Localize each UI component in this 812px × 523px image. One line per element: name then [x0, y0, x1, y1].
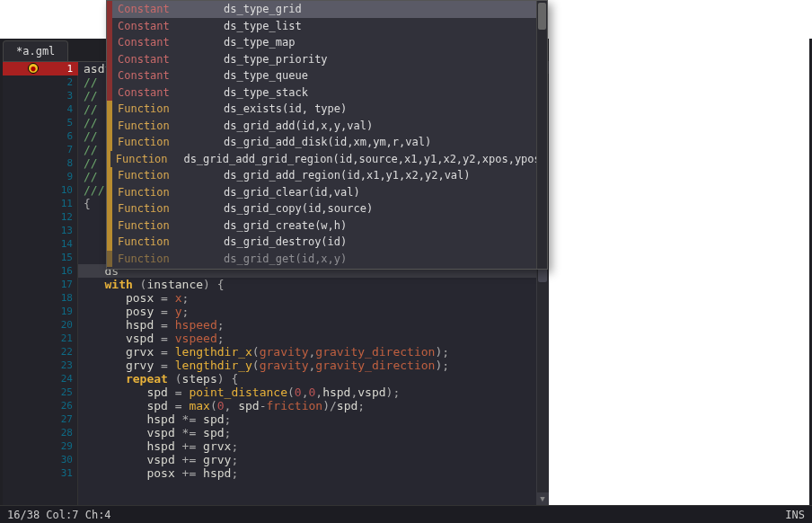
code-content[interactable]: vspd *= spd;: [78, 426, 231, 439]
code-line[interactable]: 27 hspd *= spd;: [3, 412, 549, 426]
line-number[interactable]: 9: [3, 170, 78, 183]
code-line[interactable]: 19 posy = y;: [3, 305, 549, 318]
code-line[interactable]: 20 hspd = hspeed;: [3, 318, 549, 332]
file-tab[interactable]: *a.gml: [3, 40, 68, 61]
scroll-down-button[interactable]: ▼: [536, 492, 549, 505]
code-content[interactable]: //: [78, 102, 98, 116]
code-content[interactable]: hspd *= spd;: [78, 412, 231, 426]
code-line[interactable]: 26 spd = max(0, spd-friction)/spd;: [3, 399, 549, 412]
code-content[interactable]: //: [78, 75, 98, 89]
autocomplete-item[interactable]: Functionds_grid_create(w,h): [107, 217, 547, 235]
code-content[interactable]: with (instance) {: [78, 278, 225, 291]
code-line[interactable]: 28 vspd *= spd;: [3, 426, 549, 439]
line-number[interactable]: 13: [3, 224, 78, 237]
line-number[interactable]: 29: [3, 439, 78, 453]
code-content[interactable]: ///: [78, 183, 104, 197]
line-number[interactable]: 30: [3, 453, 78, 466]
line-number[interactable]: 12: [3, 210, 78, 224]
autocomplete-item[interactable]: Constantds_type_queue: [107, 67, 547, 84]
code-line[interactable]: 22 grvx = lengthdir_x(gravity,gravity_di…: [3, 345, 549, 359]
autocomplete-item[interactable]: Functionds_grid_destroy(id): [107, 234, 547, 251]
line-number[interactable]: 28: [3, 426, 78, 439]
code-line[interactable]: 17 with (instance) {: [3, 278, 549, 291]
code-line[interactable]: 31 posx += hspd;: [3, 466, 549, 480]
code-line[interactable]: 18 posx = x;: [3, 291, 549, 305]
code-content[interactable]: hspd = hspeed;: [78, 318, 225, 332]
code-line[interactable]: 25 spd = point_distance(0,0,hspd,vspd);: [3, 386, 549, 399]
line-number[interactable]: 8: [3, 156, 78, 170]
code-content[interactable]: [78, 210, 84, 224]
autocomplete-kind-label: Constant: [112, 51, 220, 68]
code-content[interactable]: //: [78, 116, 98, 129]
code-content[interactable]: spd = point_distance(0,0,hspd,vspd);: [78, 386, 400, 399]
autocomplete-item[interactable]: Functionds_exists(id, type): [107, 101, 547, 118]
code-content[interactable]: grvx = lengthdir_x(gravity,gravity_direc…: [78, 345, 449, 359]
autocomplete-item[interactable]: Functionds_grid_add_disk(id,xm,ym,r,val): [107, 134, 547, 151]
error-icon[interactable]: ●: [28, 63, 39, 74]
line-number[interactable]: 4: [3, 102, 78, 116]
code-line[interactable]: 24 repeat (steps) {: [3, 372, 549, 386]
insert-mode: INS: [785, 509, 805, 521]
line-number[interactable]: 23: [3, 359, 78, 372]
line-number[interactable]: 1: [3, 62, 78, 75]
line-number[interactable]: 24: [3, 372, 78, 386]
code-content[interactable]: spd = max(0, spd-friction)/spd;: [78, 399, 365, 412]
autocomplete-item[interactable]: Functionds_grid_copy(id,source): [107, 200, 547, 217]
line-number[interactable]: 15: [3, 251, 78, 264]
autocomplete-scroll-thumb[interactable]: [538, 3, 546, 30]
autocomplete-item[interactable]: Functionds_grid_add(id,x,y,val): [107, 118, 547, 135]
code-content[interactable]: //: [78, 129, 98, 143]
autocomplete-popup[interactable]: Constantds_type_gridConstantds_type_list…: [106, 0, 548, 270]
line-number[interactable]: 10: [3, 183, 78, 197]
line-number[interactable]: 19: [3, 305, 78, 318]
code-content[interactable]: [78, 251, 84, 264]
code-line[interactable]: 29 hspd += grvx;: [3, 439, 549, 453]
code-content[interactable]: posx = x;: [78, 291, 189, 305]
line-number[interactable]: 14: [3, 237, 78, 251]
line-number[interactable]: 21: [3, 332, 78, 345]
line-number[interactable]: 27: [3, 412, 78, 426]
code-content[interactable]: //: [78, 170, 98, 183]
line-number[interactable]: 3: [3, 89, 78, 102]
line-number[interactable]: 31: [3, 466, 78, 480]
code-content[interactable]: [78, 237, 84, 251]
autocomplete-list[interactable]: Constantds_type_gridConstantds_type_list…: [107, 1, 547, 267]
autocomplete-item[interactable]: Functionds_grid_add_grid_region(id,sourc…: [107, 151, 547, 168]
line-number[interactable]: 17: [3, 278, 78, 291]
code-line[interactable]: 30 vspd += grvy;: [3, 453, 549, 466]
line-number[interactable]: 11: [3, 197, 78, 210]
code-content[interactable]: [78, 224, 84, 237]
code-content[interactable]: vspd = vspeed;: [78, 332, 225, 345]
code-content[interactable]: posy = y;: [78, 305, 189, 318]
line-number[interactable]: 22: [3, 345, 78, 359]
autocomplete-item[interactable]: Functionds_grid_add_region(id,x1,y1,x2,y…: [107, 167, 547, 184]
code-content[interactable]: hspd += grvx;: [78, 439, 238, 453]
autocomplete-item[interactable]: Constantds_type_grid: [107, 1, 547, 18]
line-number[interactable]: 2: [3, 75, 78, 89]
line-number[interactable]: 6: [3, 129, 78, 143]
code-line[interactable]: 21 vspd = vspeed;: [3, 332, 549, 345]
code-content[interactable]: //: [78, 89, 98, 102]
code-line[interactable]: 23 grvy = lengthdir_y(gravity,gravity_di…: [3, 359, 549, 372]
autocomplete-item[interactable]: Constantds_type_stack: [107, 84, 547, 102]
line-number[interactable]: 25: [3, 386, 78, 399]
code-content[interactable]: {: [78, 197, 91, 210]
line-number[interactable]: 16: [3, 264, 78, 278]
line-number[interactable]: 7: [3, 143, 78, 156]
code-content[interactable]: //: [78, 156, 98, 170]
code-content[interactable]: repeat (steps) {: [78, 372, 238, 386]
code-content[interactable]: posx += hspd;: [78, 466, 238, 480]
code-content[interactable]: vspd += grvy;: [78, 453, 238, 466]
line-number[interactable]: 20: [3, 318, 78, 332]
autocomplete-item[interactable]: Constantds_type_map: [107, 34, 547, 51]
line-number[interactable]: 18: [3, 291, 78, 305]
autocomplete-item[interactable]: Functionds_grid_get(id,x,y): [107, 251, 547, 268]
code-content[interactable]: //: [78, 143, 98, 156]
autocomplete-item[interactable]: Constantds_type_list: [107, 18, 547, 35]
code-content[interactable]: grvy = lengthdir_y(gravity,gravity_direc…: [78, 359, 449, 372]
line-number[interactable]: 26: [3, 399, 78, 412]
autocomplete-scrollbar[interactable]: [536, 1, 547, 269]
autocomplete-item[interactable]: Constantds_type_priority: [107, 51, 547, 68]
autocomplete-item[interactable]: Functionds_grid_clear(id,val): [107, 184, 547, 201]
line-number[interactable]: 5: [3, 116, 78, 129]
